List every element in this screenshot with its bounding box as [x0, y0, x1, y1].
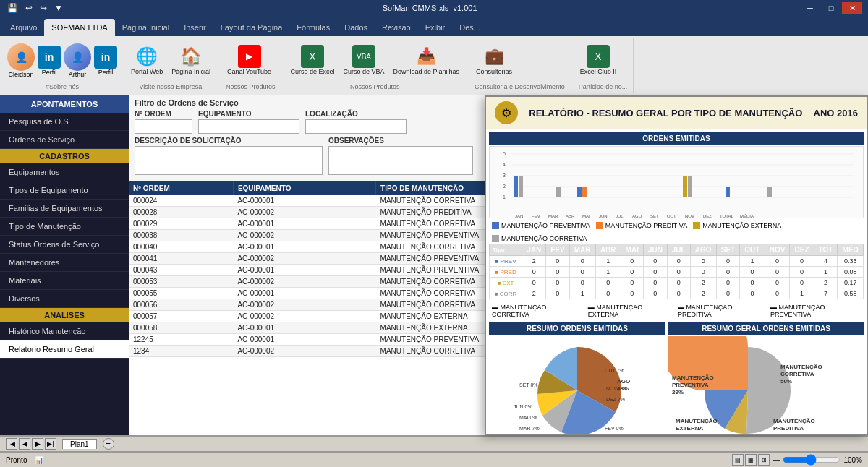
save-icon[interactable]: 💾	[6, 1, 20, 14]
arthur-avatar-group[interactable]: 👤 Arthur	[64, 43, 91, 78]
sidebar-item-tipo-manut[interactable]: Tipo de Manutenção	[0, 218, 129, 236]
legend-color-corretiva	[492, 235, 499, 242]
tab-sofman[interactable]: SOFMAN LTDA	[44, 19, 114, 36]
svg-text:EXTERNA: EXTERNA	[676, 425, 703, 432]
curso-excel-button[interactable]: X Curso de Excel	[287, 43, 337, 77]
svg-text:MANUTENÇÃO: MANUTENÇÃO	[672, 374, 714, 381]
statusbar-icon: 📊	[35, 456, 43, 464]
cleidson-avatar-group[interactable]: 👤 Cleidson	[7, 43, 35, 78]
nro-ordem-label: Nº ORDEM	[135, 110, 192, 118]
cell-equip: AC-000001	[233, 241, 375, 253]
svg-text:JUN 0%: JUN 0%	[514, 404, 532, 409]
zoom-slider[interactable]	[783, 454, 841, 466]
sidebar-item-familias[interactable]: Familias de Equipamentos	[0, 200, 129, 218]
portal-web-button[interactable]: 🌐 Portal Web	[128, 43, 166, 77]
localizacao-input[interactable]	[305, 119, 407, 134]
redo-icon[interactable]: ↪	[38, 1, 48, 14]
sidebar-item-equipamentos[interactable]: Equipamentos	[0, 163, 129, 181]
tab-revisao[interactable]: Revisão	[375, 19, 418, 36]
sidebar-item-historico[interactable]: Histórico Manutenção	[0, 322, 129, 340]
nro-ordem-input[interactable]	[135, 119, 192, 134]
tab-arquivo[interactable]: Arquivo	[3, 19, 44, 36]
cell-ordem: 000057	[129, 311, 233, 322]
svg-rect-17	[688, 176, 692, 197]
close-button[interactable]: ✕	[842, 2, 862, 14]
cell-ordem: 000040	[129, 241, 233, 253]
cleidson-perfil-group[interactable]: in Perfil	[38, 46, 61, 76]
sidebar-item-relatorio[interactable]: Relatorio Resumo Geral	[0, 340, 129, 359]
curso-vba-button[interactable]: VBA Curso de VBA	[340, 43, 387, 77]
ribbon-tabs: Arquivo SOFMAN LTDA Página Inicial Inser…	[0, 16, 868, 36]
sidebar-item-materiais[interactable]: Materiais	[0, 272, 129, 290]
consultorias-icon: 💼	[482, 45, 506, 68]
sidebar-item-mantenedores[interactable]: Mantenedores	[0, 254, 129, 272]
cell-equip: AC-000002	[233, 230, 375, 241]
svg-rect-14	[556, 187, 561, 197]
page-break-icon[interactable]: ⊞	[758, 454, 770, 466]
ready-status: Pronto 📊	[6, 456, 43, 464]
svg-text:MAI: MAI	[582, 214, 590, 218]
cleidson-avatar: 👤	[7, 43, 35, 71]
svg-text:29%: 29%	[672, 389, 684, 395]
tab-pagina-inicial[interactable]: Página Inicial	[115, 19, 176, 36]
maximize-button[interactable]: □	[821, 2, 841, 14]
layout-view-icon[interactable]: ▦	[745, 454, 757, 466]
equipamento-input[interactable]	[198, 119, 299, 134]
portal-web-label: Portal Web	[131, 68, 163, 76]
cell-ordem: 000056	[129, 299, 233, 311]
sheet-nav-last[interactable]: ▶|	[45, 438, 56, 450]
analises-header: ANALISES	[0, 308, 129, 322]
add-sheet-button[interactable]: +	[103, 438, 114, 450]
excel-club-button[interactable]: X Excel Club II	[577, 43, 620, 77]
sheet-nav-prev[interactable]: ◀	[19, 438, 30, 450]
minimize-button[interactable]: ─	[800, 2, 820, 14]
svg-text:FEV: FEV	[532, 214, 540, 218]
tab-exibir[interactable]: Exibir	[418, 19, 453, 36]
sheet-nav-next[interactable]: ▶	[32, 438, 43, 450]
sheet-nav-first[interactable]: |◀	[6, 438, 17, 450]
sheet-tab-plan1[interactable]: Plan1	[62, 439, 97, 449]
pie-chart-1-svg: OUT 7% NOV 0% DEZ 7% JAN 29% SET 0% JUN …	[498, 336, 657, 434]
sidebar-item-status[interactable]: Status Ordens de Serviço	[0, 236, 129, 254]
download-button[interactable]: 📥 Download de Planilhas	[391, 43, 463, 77]
arthur-label: Arthur	[69, 71, 87, 78]
cell-equip: AC-000001	[233, 265, 375, 276]
dropdown-icon[interactable]: ▼	[53, 1, 64, 14]
consultorias-label: Consultorias	[476, 68, 512, 76]
download-icon: 📥	[414, 45, 438, 68]
normal-view-icon[interactable]: ▤	[732, 454, 744, 466]
cell-equip: AC-000002	[233, 207, 375, 218]
arthur-perfil-group[interactable]: in Perfil	[94, 46, 117, 76]
cell-ordem: 000029	[129, 218, 233, 230]
tab-dados[interactable]: Dados	[337, 19, 375, 36]
tab-inserir[interactable]: Inserir	[176, 19, 213, 36]
download-label: Download de Planilhas	[393, 68, 460, 76]
svg-text:PREDITIVA: PREDITIVA	[773, 425, 804, 432]
tab-des[interactable]: Des...	[452, 19, 488, 36]
svg-text:50%: 50%	[780, 378, 792, 385]
descricao-input[interactable]	[135, 146, 323, 175]
observacoes-input[interactable]	[328, 146, 473, 175]
svg-text:OUT 7%: OUT 7%	[605, 368, 624, 373]
pagina-inicial-button[interactable]: 🏠 Página Inicial	[169, 43, 213, 77]
canal-youtube-button[interactable]: ▶ Canal YouTube	[224, 43, 274, 77]
undo-icon[interactable]: ↩	[24, 1, 34, 14]
sidebar-item-diversos[interactable]: Diversos	[0, 290, 129, 308]
sidebar-item-tipos-equip[interactable]: Tipos de Equipamento	[0, 181, 129, 200]
linkedin-icon-2: in	[94, 46, 117, 69]
consultorias-button[interactable]: 💼 Consultorias	[473, 43, 515, 77]
tab-layout[interactable]: Layout da Página	[213, 19, 290, 36]
cell-ordem: 000024	[129, 195, 233, 207]
resumo-geral-title: RESUMO GERAL ORDENS EMITIDAS	[668, 322, 864, 335]
pagina-inicial-label: Página Inicial	[171, 68, 210, 76]
ordens-emitidas-title: ORDENS EMITIDAS	[489, 132, 864, 145]
svg-text:FEV 0%: FEV 0%	[605, 426, 624, 431]
legend-label-preventiva: MANUTENÇÃO PREVENTIVA	[501, 222, 590, 229]
sidebar-item-ordens[interactable]: Ordens de Serviço	[0, 131, 129, 149]
col-ordem: Nº ORDEM	[129, 181, 233, 195]
nossos-produtos-label2: Nossos Produtos	[287, 82, 462, 92]
tab-formulas[interactable]: Fórmulas	[289, 19, 337, 36]
cell-ordem: 000038	[129, 230, 233, 241]
svg-rect-11	[519, 176, 523, 197]
sidebar-item-pesquisa[interactable]: Pesquisa de O.S	[0, 113, 129, 131]
